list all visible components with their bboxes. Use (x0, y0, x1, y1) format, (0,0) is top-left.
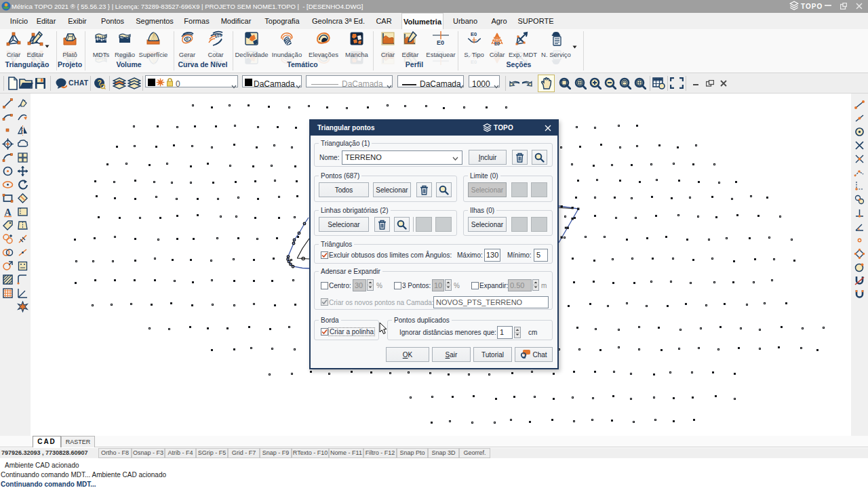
svg-text:E0: E0 (494, 41, 500, 46)
svg-text:101: 101 (214, 32, 223, 39)
svg-text:E0: E0 (471, 31, 477, 37)
svg-text:E0: E0 (471, 59, 477, 65)
svg-text:A: A (5, 207, 12, 218)
svg-text:E0: E0 (437, 39, 444, 46)
